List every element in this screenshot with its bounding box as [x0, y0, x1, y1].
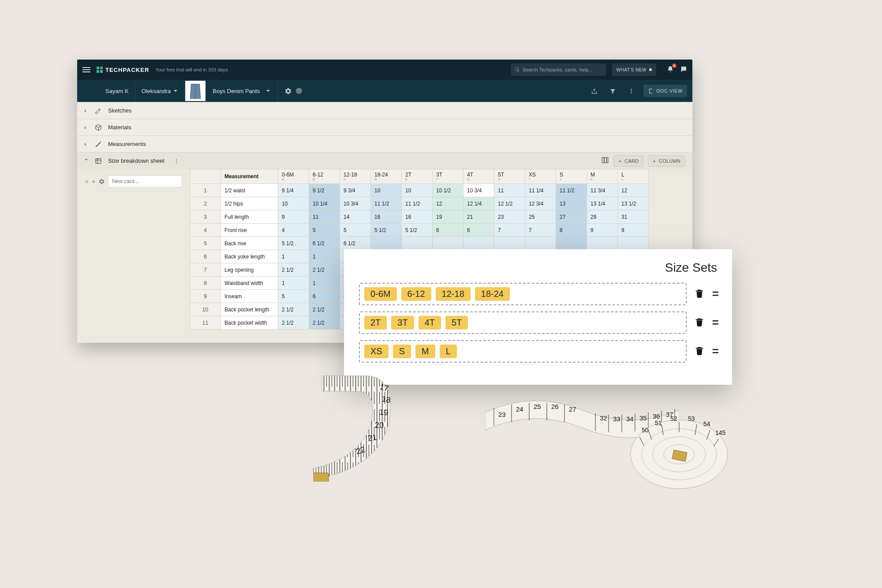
cell[interactable]: 11 3/4	[587, 184, 618, 197]
column-header[interactable]: MK	[587, 169, 618, 184]
column-header[interactable]: XSI	[525, 169, 556, 184]
cell[interactable]	[463, 237, 494, 250]
drag-handle[interactable]: =	[712, 345, 717, 358]
measurement-name[interactable]: Back pocket width	[221, 316, 278, 330]
cell[interactable]: 9 3/4	[340, 184, 371, 197]
cell[interactable]: 21	[463, 210, 494, 224]
column-header[interactable]: 18-24D	[371, 169, 402, 184]
cell[interactable]: 5 1/2	[402, 224, 433, 237]
cell[interactable]: 2 1/2	[309, 303, 340, 316]
cell[interactable]: 13 1/4	[587, 197, 618, 210]
size-chip[interactable]: 5T	[445, 316, 468, 330]
column-header[interactable]: 0-6MA	[278, 169, 309, 184]
drag-handle[interactable]: =	[712, 287, 717, 301]
doc-view-button[interactable]: DOC VIEW	[643, 85, 687, 97]
cell[interactable]: 11 1/2	[402, 197, 433, 210]
cell[interactable]: 16	[371, 210, 402, 224]
cell[interactable]	[618, 237, 649, 250]
measurement-name[interactable]: Back pocket length	[221, 303, 278, 316]
cell[interactable]: 2 1/2	[278, 303, 309, 316]
search-input[interactable]: Search Techpacks, cards, help...	[511, 64, 606, 76]
column-header[interactable]: 2TE	[402, 169, 433, 184]
measurement-name[interactable]: Full length	[221, 210, 278, 224]
delete-set-button[interactable]	[695, 345, 704, 357]
size-chip[interactable]: 3T	[391, 316, 414, 330]
cell[interactable]: 12 1/4	[463, 197, 494, 210]
brand-logo[interactable]: TECHPACKER	[97, 67, 149, 73]
gear-icon[interactable]	[285, 88, 292, 94]
cell[interactable]: 12 3/4	[525, 197, 556, 210]
cell[interactable]	[525, 237, 556, 250]
cell[interactable]: 2 1/2	[278, 263, 309, 277]
cell[interactable]: 11	[309, 210, 340, 224]
size-chip[interactable]: 4T	[419, 316, 441, 330]
column-header[interactable]: 3TF	[433, 169, 463, 184]
cell[interactable]: 7	[494, 224, 525, 237]
cell[interactable]: 14	[340, 210, 371, 224]
cell[interactable]: 2 1/2	[278, 316, 309, 330]
section-sketches[interactable]: › Sketches	[77, 102, 692, 119]
cell[interactable]	[433, 237, 463, 250]
cell[interactable]: 4	[278, 224, 309, 237]
cell[interactable]: 1	[278, 277, 309, 290]
cell[interactable]: 1	[278, 250, 309, 263]
chat-button[interactable]	[680, 66, 687, 74]
cell[interactable]: 8	[556, 224, 587, 237]
size-chip[interactable]: M	[415, 345, 435, 358]
filter-button[interactable]	[606, 85, 619, 97]
notifications-button[interactable]: 1	[667, 66, 674, 74]
cell[interactable]: 5 1/2	[278, 237, 309, 250]
cell[interactable]: 2 1/2	[309, 263, 340, 277]
product-thumbnail[interactable]	[185, 81, 206, 101]
menu-icon[interactable]	[82, 67, 90, 72]
column-header[interactable]: 5TH	[494, 169, 525, 184]
size-set-dropzone[interactable]: XSSML	[359, 340, 687, 363]
new-card-input[interactable]	[108, 175, 182, 187]
measurement-name[interactable]: Leg opening	[221, 263, 278, 277]
size-chip[interactable]: S	[393, 345, 411, 358]
cell[interactable]	[494, 237, 525, 250]
size-set-dropzone[interactable]: 2T3T4T5T	[359, 311, 687, 334]
cell[interactable]: 11 1/4	[525, 184, 556, 197]
size-chip[interactable]: 0-6M	[364, 287, 397, 301]
size-chip[interactable]: L	[440, 345, 457, 358]
delete-set-button[interactable]	[695, 288, 704, 300]
cell[interactable]: 10 3/4	[463, 184, 494, 197]
cell[interactable]: 10	[371, 184, 402, 197]
cell[interactable]: 5	[340, 224, 371, 237]
measurement-name[interactable]: Back yoke length	[221, 250, 278, 263]
cell[interactable]: 6	[309, 290, 340, 303]
add-card-button[interactable]: + CARD	[613, 155, 643, 167]
share-button[interactable]	[588, 85, 600, 97]
cell[interactable]: 2 1/2	[309, 316, 340, 330]
size-chip[interactable]: 12-18	[436, 287, 471, 301]
cell[interactable]: 11 1/2	[556, 184, 587, 197]
measurement-name[interactable]: Inseam	[221, 290, 278, 303]
column-header[interactable]: 6-12B	[309, 169, 340, 184]
cell[interactable]: 10 1/2	[433, 184, 463, 197]
columns-icon[interactable]	[601, 156, 609, 165]
cell[interactable]: 19	[433, 210, 463, 224]
cell[interactable]: 5 1/2	[371, 224, 402, 237]
column-header[interactable]: LL	[618, 169, 649, 184]
add-column-button[interactable]: + COLUMN	[648, 155, 685, 167]
size-set-dropzone[interactable]: 0-6M6-1212-1818-24	[359, 283, 687, 305]
size-chip[interactable]: 2T	[364, 316, 387, 330]
cell[interactable]: 23	[494, 210, 525, 224]
gear-icon[interactable]	[99, 178, 105, 184]
cell[interactable]: 12	[618, 184, 649, 197]
cell[interactable]: 9 1/4	[278, 184, 309, 197]
cell[interactable]: 6 1/2	[340, 237, 371, 250]
cell[interactable]: 6	[463, 224, 494, 237]
cell[interactable]: 13	[556, 197, 587, 210]
cell[interactable]: 11	[494, 184, 525, 197]
cell[interactable]	[402, 237, 433, 250]
size-chip[interactable]: 18-24	[475, 287, 510, 301]
size-chip[interactable]: 6-12	[401, 287, 431, 301]
cell[interactable]: 10 3/4	[340, 197, 371, 210]
section-size-breakdown[interactable]: › Size breakdown sheet + CARD + COLUMN	[77, 152, 692, 169]
measurement-name[interactable]: Waistband width	[221, 277, 278, 290]
cell[interactable]: 7	[525, 224, 556, 237]
cell[interactable]: 5	[278, 290, 309, 303]
column-header[interactable]: 12-18C	[340, 169, 371, 184]
